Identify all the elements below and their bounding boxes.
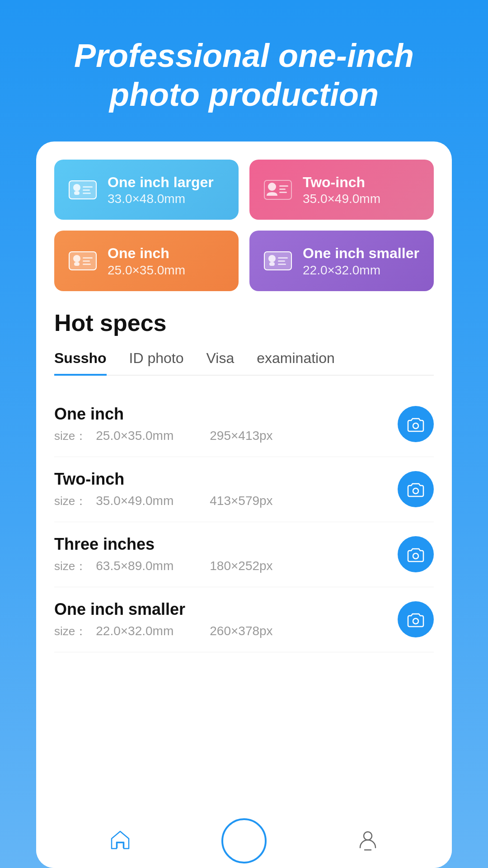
spec-px: 413×579px bbox=[210, 494, 272, 508]
spec-px: 180×252px bbox=[210, 559, 272, 573]
svg-point-12 bbox=[73, 255, 80, 262]
photo-card-text-one-inch-larger: One inch larger 33.0×48.0mm bbox=[108, 173, 214, 207]
home-nav-item[interactable] bbox=[108, 828, 132, 854]
spec-mm: 22.0×32.0mm bbox=[96, 624, 174, 638]
svg-point-1 bbox=[73, 184, 80, 191]
tab-id-photo[interactable]: ID photo bbox=[129, 350, 184, 376]
photo-card-size: 35.0×49.0mm bbox=[303, 192, 380, 206]
photo-card-name: One inch smaller bbox=[303, 244, 419, 263]
spec-item-three-inches: Three inches size： 63.5×89.0mm 180×252px bbox=[54, 522, 434, 587]
svg-point-27 bbox=[364, 832, 372, 840]
spec-list: One inch size： 25.0×35.0mm 295×413px Two… bbox=[54, 392, 434, 652]
main-card: One inch larger 33.0×48.0mm Two-inch 35.… bbox=[36, 142, 452, 868]
spec-item-content: One inch size： 25.0×35.0mm 295×413px bbox=[54, 405, 398, 444]
spec-name: One inch bbox=[54, 405, 398, 424]
spec-label: size： bbox=[54, 493, 87, 509]
photo-card-text-two-inch: Two-inch 35.0×49.0mm bbox=[303, 173, 380, 207]
svg-rect-19 bbox=[269, 262, 275, 266]
spec-name: Three inches bbox=[54, 535, 398, 554]
svg-rect-11 bbox=[69, 252, 96, 270]
photo-card-two-inch[interactable]: Two-inch 35.0×49.0mm bbox=[249, 160, 434, 220]
tabs-bar: Sussho ID photo Visa examination bbox=[54, 350, 434, 376]
photo-card-one-inch-smaller[interactable]: One inch smaller 22.0×32.0mm bbox=[249, 231, 434, 291]
camera-button-1[interactable] bbox=[398, 406, 434, 442]
photo-card-text-one-inch: One inch 25.0×35.0mm bbox=[108, 244, 185, 278]
svg-rect-7 bbox=[279, 185, 288, 187]
profile-nav-item[interactable] bbox=[356, 828, 380, 854]
svg-rect-15 bbox=[83, 260, 90, 262]
spec-details: size： 35.0×49.0mm 413×579px bbox=[54, 493, 398, 509]
spec-px: 295×413px bbox=[210, 429, 272, 443]
photo-card-one-inch-larger[interactable]: One inch larger 33.0×48.0mm bbox=[54, 160, 239, 220]
spec-item-content: Two-inch size： 35.0×49.0mm 413×579px bbox=[54, 470, 398, 509]
spec-item-two-inch: Two-inch size： 35.0×49.0mm 413×579px bbox=[54, 457, 434, 522]
tab-sussho[interactable]: Sussho bbox=[54, 350, 107, 376]
spec-name: One inch smaller bbox=[54, 600, 398, 619]
svg-rect-20 bbox=[278, 257, 288, 259]
svg-rect-21 bbox=[278, 260, 285, 262]
id-card-icon-blue bbox=[67, 174, 99, 206]
spec-mm: 25.0×35.0mm bbox=[96, 429, 174, 443]
svg-rect-2 bbox=[74, 191, 80, 195]
svg-point-6 bbox=[268, 183, 276, 191]
spec-mm: 63.5×89.0mm bbox=[96, 559, 174, 573]
spec-details: size： 22.0×32.0mm 260×378px bbox=[54, 623, 398, 639]
svg-point-26 bbox=[413, 618, 418, 624]
spec-item-content: Three inches size： 63.5×89.0mm 180×252px bbox=[54, 535, 398, 574]
photo-grid: One inch larger 33.0×48.0mm Two-inch 35.… bbox=[54, 160, 434, 291]
spec-item-one-inch-smaller: One inch smaller size： 22.0×32.0mm 260×3… bbox=[54, 587, 434, 652]
spec-px: 260×378px bbox=[210, 624, 272, 638]
camera-button-3[interactable] bbox=[398, 536, 434, 572]
photo-card-name: One inch larger bbox=[108, 173, 214, 192]
spec-details: size： 63.5×89.0mm 180×252px bbox=[54, 558, 398, 574]
spec-item-content: One inch smaller size： 22.0×32.0mm 260×3… bbox=[54, 600, 398, 639]
spec-label: size： bbox=[54, 623, 87, 639]
id-card-icon-pink bbox=[262, 174, 294, 206]
spec-label: size： bbox=[54, 558, 87, 574]
header-title: Professional one-inch photo production bbox=[0, 36, 488, 114]
photo-card-name: Two-inch bbox=[303, 173, 380, 192]
hot-specs-title: Hot specs bbox=[54, 309, 434, 336]
svg-rect-0 bbox=[69, 181, 96, 199]
svg-rect-8 bbox=[279, 189, 286, 190]
photo-card-one-inch[interactable]: One inch 25.0×35.0mm bbox=[54, 231, 239, 291]
svg-point-24 bbox=[413, 488, 418, 494]
svg-point-25 bbox=[413, 553, 418, 559]
spec-mm: 35.0×49.0mm bbox=[96, 494, 174, 508]
svg-rect-17 bbox=[264, 252, 291, 270]
photo-card-text-one-inch-smaller: One inch smaller 22.0×32.0mm bbox=[303, 244, 419, 278]
bottom-nav bbox=[36, 814, 452, 868]
svg-rect-9 bbox=[279, 192, 287, 193]
id-card-icon-orange bbox=[67, 245, 99, 277]
spec-item-one-inch: One inch size： 25.0×35.0mm 295×413px bbox=[54, 392, 434, 457]
svg-rect-14 bbox=[83, 257, 93, 259]
photo-card-size: 33.0×48.0mm bbox=[108, 192, 214, 206]
spec-label: size： bbox=[54, 428, 87, 444]
photo-card-size: 22.0×32.0mm bbox=[303, 263, 419, 278]
spec-details: size： 25.0×35.0mm 295×413px bbox=[54, 428, 398, 444]
camera-button-2[interactable] bbox=[398, 471, 434, 507]
svg-rect-3 bbox=[83, 186, 93, 188]
photo-card-name: One inch bbox=[108, 244, 185, 263]
svg-rect-13 bbox=[74, 262, 80, 266]
camera-button-4[interactable] bbox=[398, 601, 434, 637]
center-nav-button[interactable] bbox=[221, 818, 267, 863]
svg-rect-10 bbox=[264, 180, 291, 199]
tab-visa[interactable]: Visa bbox=[206, 350, 235, 376]
svg-rect-5 bbox=[83, 193, 91, 194]
svg-point-23 bbox=[413, 423, 418, 429]
tab-examination[interactable]: examination bbox=[257, 350, 335, 376]
id-card-icon-purple bbox=[262, 245, 294, 277]
spec-name: Two-inch bbox=[54, 470, 398, 489]
photo-card-size: 25.0×35.0mm bbox=[108, 263, 185, 278]
svg-rect-4 bbox=[83, 189, 90, 191]
svg-point-18 bbox=[268, 255, 276, 262]
svg-rect-22 bbox=[278, 264, 286, 265]
svg-rect-16 bbox=[83, 264, 91, 265]
